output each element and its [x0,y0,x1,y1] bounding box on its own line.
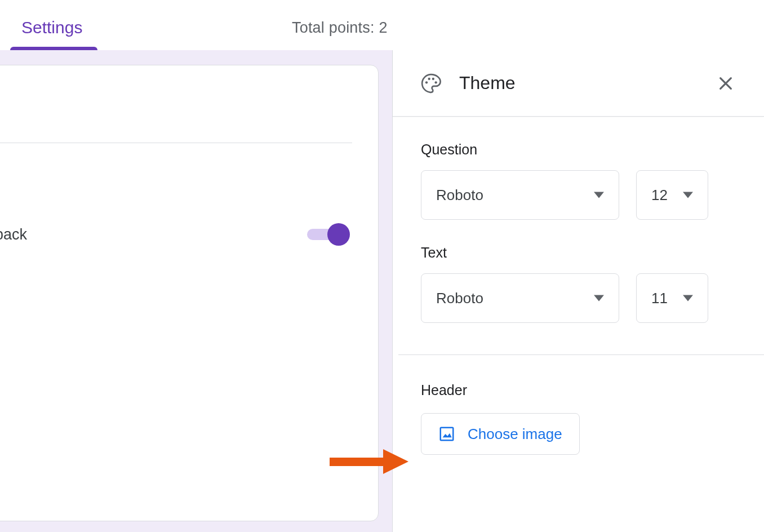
chevron-down-icon [683,190,693,200]
question-size-value: 12 [651,187,668,204]
question-size-select[interactable]: 12 [636,170,708,220]
theme-panel: Theme Question Roboto 12 Text [392,50,764,532]
svg-point-0 [425,81,428,83]
toggle-thumb [327,223,350,246]
svg-point-2 [432,77,434,79]
setting-label-feedback: edback [0,226,27,243]
header-section-label: Header [393,382,764,398]
setting-row-feedback: edback [0,223,350,246]
section-question: Question Roboto 12 [393,141,764,220]
chevron-down-icon [594,293,604,303]
chevron-down-icon [683,293,693,303]
settings-card: edback [0,65,379,521]
theme-title: Theme [459,73,516,94]
svg-point-3 [435,81,437,83]
toggle-feedback[interactable] [307,223,350,246]
close-icon [717,74,735,92]
svg-point-1 [428,77,430,79]
choose-image-label: Choose image [468,425,562,443]
main-area: edback [0,50,392,532]
text-font-value: Roboto [436,290,483,307]
svg-rect-4 [441,428,454,441]
question-font-value: Roboto [436,187,483,204]
question-label: Question [421,141,736,158]
question-font-select[interactable]: Roboto [421,170,619,220]
text-size-value: 11 [651,290,668,307]
text-label: Text [421,245,736,261]
card-divider [0,143,352,143]
chevron-down-icon [594,190,604,200]
question-select-row: Roboto 12 [421,170,736,220]
close-button[interactable] [714,72,737,95]
section-text: Text Roboto 11 [393,245,764,323]
palette-icon [420,72,442,95]
text-select-row: Roboto 11 [421,273,736,323]
total-points-label: Total points: 2 [292,19,388,37]
panel-divider [398,354,764,355]
top-bar: Settings Total points: 2 [0,0,764,50]
text-size-select[interactable]: 11 [636,273,708,323]
text-font-select[interactable]: Roboto [421,273,619,323]
theme-panel-header: Theme [393,50,764,117]
image-icon [438,425,455,442]
choose-image-button[interactable]: Choose image [421,413,580,455]
